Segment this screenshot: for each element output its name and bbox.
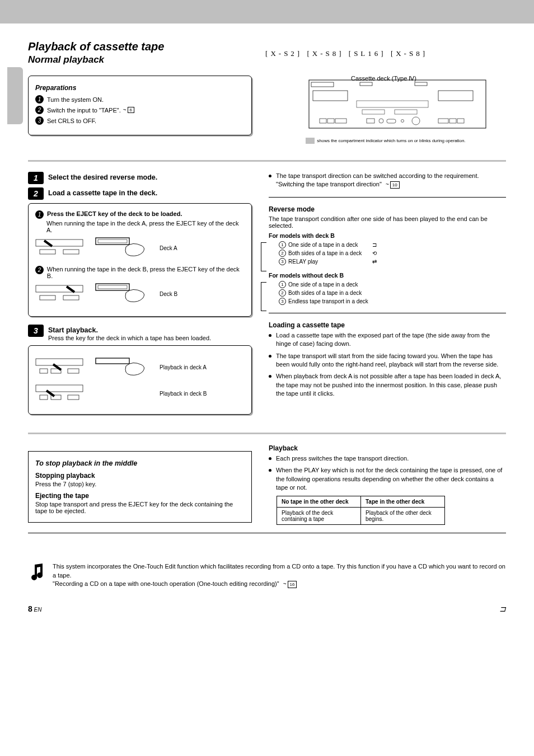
play-b-panel-icon xyxy=(35,383,83,404)
pause-t1: Press the 7 (stop) key. xyxy=(35,481,245,487)
deck-diagram xyxy=(308,79,486,135)
svg-rect-20 xyxy=(36,240,83,246)
prep-bullet-2: 2 xyxy=(35,106,44,114)
indicator-hint: shows the compartment indicator which tu… xyxy=(306,138,496,144)
loading-b1: Load a cassette tape with the exposed pa… xyxy=(276,331,506,349)
reverse-heading: Reverse mode xyxy=(269,205,506,213)
loading-heading: Loading a cassette tape xyxy=(269,321,506,329)
hand-insert-b-icon xyxy=(93,281,149,306)
step-1-label: Select the desired reverse mode. xyxy=(48,172,252,181)
svg-rect-34 xyxy=(96,358,129,364)
deck-a-caption: Deck A xyxy=(160,245,177,251)
svg-rect-9 xyxy=(320,119,326,123)
deck-a-panel-icon xyxy=(35,237,83,259)
divider-thin-2 xyxy=(269,313,506,313)
playback-table: No tape in the other deck Tape in the ot… xyxy=(277,496,445,525)
pause-title: To stop playback in the middle xyxy=(35,459,245,467)
divider-2 xyxy=(28,433,506,434)
svg-rect-8 xyxy=(395,110,417,114)
svg-rect-17 xyxy=(438,119,448,123)
step-2-label: Load a cassette tape in the deck. xyxy=(48,187,252,197)
svg-rect-2 xyxy=(360,82,372,86)
divider-thin-3 xyxy=(28,533,506,533)
play-b-caption: Playback in deck B xyxy=(160,391,207,397)
svg-rect-5 xyxy=(438,91,473,101)
hand-play-icon xyxy=(93,355,149,379)
top-gray-bar xyxy=(0,0,534,24)
play-a-caption: Playback in deck A xyxy=(160,364,207,370)
prep-bullet-3: 3 xyxy=(35,116,44,125)
svg-rect-6 xyxy=(357,101,428,107)
prep-heading: Preparations xyxy=(35,84,245,92)
note-row: This system incorporates the One-Touch E… xyxy=(28,562,506,589)
prep-bullet-1: 1 xyxy=(35,95,44,104)
svg-rect-10 xyxy=(327,119,334,123)
svg-point-15 xyxy=(401,120,404,123)
step-3-badge: 3 xyxy=(28,325,44,337)
svg-rect-7 xyxy=(362,110,385,114)
playback-b1: Each press switches the tape transport d… xyxy=(276,454,409,463)
footer-icon: ⊐ xyxy=(499,604,506,613)
pause-h1: Stopping playback xyxy=(35,472,245,480)
svg-rect-31 xyxy=(40,369,48,373)
step-3-inset: Playback in deck A Playback in deck B xyxy=(28,345,252,415)
svg-rect-35 xyxy=(36,385,83,392)
svg-rect-22 xyxy=(63,250,79,254)
music-note-icon xyxy=(28,562,47,581)
rev-without-b-label: For models without deck B xyxy=(269,272,506,279)
step-3-label: Start playback. Press the key for the de… xyxy=(48,325,252,342)
svg-rect-19 xyxy=(457,119,464,123)
svg-rect-30 xyxy=(36,359,83,365)
svg-rect-4 xyxy=(313,91,348,101)
svg-rect-1 xyxy=(311,82,334,87)
bullet-icon xyxy=(269,175,271,177)
reverse-p1: The tape transport condition after one s… xyxy=(269,215,506,229)
pause-h2: Ejecting the tape xyxy=(35,492,245,500)
page-footer: 8 EN ⊐ xyxy=(28,604,506,613)
svg-rect-11 xyxy=(335,119,346,123)
svg-rect-25 xyxy=(36,285,83,292)
svg-rect-21 xyxy=(40,250,55,254)
deck-b-panel-icon xyxy=(35,283,83,304)
svg-rect-0 xyxy=(309,80,486,128)
svg-rect-38 xyxy=(68,395,79,400)
svg-point-16 xyxy=(412,117,420,125)
gray-chip-icon xyxy=(306,138,315,144)
svg-rect-18 xyxy=(449,119,456,123)
playback-b2: When the PLAY key which is not for the d… xyxy=(276,466,506,492)
deck-b-caption: Deck B xyxy=(160,291,177,297)
svg-rect-24 xyxy=(98,240,127,243)
rev-modes-without-b: 1One side of a tape in a deck 2Both side… xyxy=(269,281,506,305)
loading-b3: When playback from deck A is not possibl… xyxy=(276,372,506,398)
playback-heading: Playback xyxy=(269,444,506,452)
footer-lang: EN xyxy=(34,607,42,613)
svg-point-13 xyxy=(379,119,383,123)
svg-rect-36 xyxy=(40,395,48,400)
svg-rect-3 xyxy=(415,82,427,86)
svg-rect-27 xyxy=(63,295,79,300)
inset-line-2: When running the tape in the deck B, pre… xyxy=(47,266,245,279)
page-ref-16: ~16 xyxy=(283,580,297,589)
model-badges: [X-S2] [X-S8] [SL16] [X-S8] xyxy=(265,49,428,58)
svg-rect-12 xyxy=(367,119,374,123)
svg-rect-29 xyxy=(98,285,127,289)
divider xyxy=(28,160,506,162)
inset-heading: Press the EJECT key of the deck to be lo… xyxy=(47,210,182,219)
inset-line-1: When running the tape in the deck A, pre… xyxy=(46,220,245,233)
play-a-panel-icon xyxy=(35,356,83,378)
divider-thin xyxy=(269,197,506,198)
pause-t2: Stop tape transport and press the EJECT … xyxy=(35,501,245,514)
loading-b2: The tape transport will start from the s… xyxy=(276,352,506,369)
page-ref-6: ~6 xyxy=(123,107,134,113)
svg-rect-33 xyxy=(68,369,79,373)
rev-modes-with-b: 1One side of a tape in a deck⊐ 2Both sid… xyxy=(269,241,506,265)
svg-rect-26 xyxy=(40,295,55,300)
rev-with-b-label: For models with deck B xyxy=(269,232,506,239)
step-2-badge: 2 xyxy=(28,187,44,200)
svg-rect-14 xyxy=(387,119,396,123)
preparation-box: Preparations 1Turn the system ON. 2Switc… xyxy=(28,76,252,135)
page-number: 8 xyxy=(28,604,32,613)
stop-box: To stop playback in the middle Stopping … xyxy=(28,451,252,523)
step-1-badge: 1 xyxy=(28,172,44,184)
page-ref-10: ~10 xyxy=(386,181,400,189)
